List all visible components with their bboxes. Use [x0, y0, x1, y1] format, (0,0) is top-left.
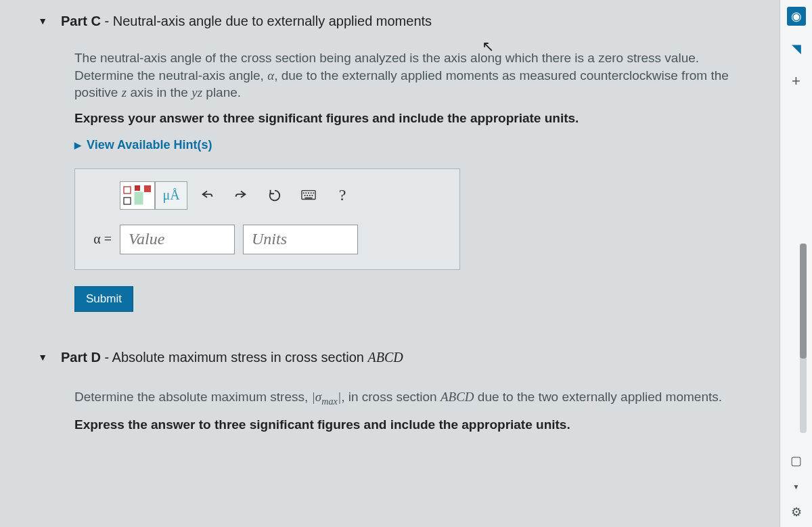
redo-button[interactable]: [227, 181, 255, 210]
svg-rect-2: [135, 185, 140, 191]
svg-rect-11: [304, 195, 306, 196]
part-d-label: Part D: [61, 350, 101, 365]
units-input[interactable]: [243, 225, 358, 254]
flag-icon[interactable]: ◥: [787, 39, 806, 58]
gear-icon[interactable]: ⚙: [787, 503, 806, 522]
camera-icon[interactable]: ◉: [787, 7, 806, 26]
svg-rect-15: [305, 198, 313, 199]
part-d-description: Determine the absolute maximum stress, |…: [74, 388, 751, 408]
part-d-title: Part D - Absolute maximum stress in cros…: [61, 350, 403, 365]
plus-icon[interactable]: +: [787, 72, 806, 91]
value-input[interactable]: [120, 225, 235, 254]
part-d-subtitle: Absolute maximum stress in cross section…: [112, 350, 403, 365]
equation-template-button[interactable]: [120, 181, 155, 210]
svg-rect-10: [313, 192, 314, 193]
answer-panel: μÅ ? α =: [74, 168, 460, 270]
keyboard-button[interactable]: [294, 181, 323, 210]
part-d-instruction: Express the answer to three significant …: [74, 417, 751, 432]
submit-button[interactable]: Submit: [74, 286, 133, 312]
svg-rect-6: [303, 192, 304, 193]
equation-toolbar: μÅ ?: [120, 181, 447, 210]
right-sidebar: ◉ ◥ + ▢ ▼ ⚙: [780, 0, 812, 527]
part-c-description: The neutral-axis angle of the cross sect…: [74, 49, 751, 101]
square-icon[interactable]: ▢: [787, 451, 806, 470]
view-hints-toggle[interactable]: ▶ View Available Hint(s): [74, 138, 212, 152]
view-hints-label: View Available Hint(s): [87, 138, 212, 152]
svg-rect-1: [124, 198, 131, 204]
svg-rect-7: [305, 192, 307, 193]
scrollbar-track[interactable]: [800, 244, 807, 433]
part-c-label: Part C: [61, 14, 101, 28]
undo-button[interactable]: [193, 181, 221, 210]
svg-rect-3: [135, 192, 143, 204]
scrollbar-thumb[interactable]: [800, 244, 807, 359]
svg-rect-8: [308, 192, 309, 193]
units-button[interactable]: μÅ: [155, 181, 187, 210]
part-c-instruction: Express your answer to three significant…: [74, 111, 751, 126]
help-button[interactable]: ?: [328, 181, 357, 210]
chevron-right-icon: ▶: [74, 140, 81, 150]
svg-rect-12: [307, 195, 308, 196]
collapse-part-c[interactable]: ▼: [14, 16, 47, 26]
svg-rect-4: [144, 185, 151, 192]
part-c-subtitle: Neutral-axis angle due to externally app…: [113, 14, 432, 28]
alpha-label: α =: [87, 231, 112, 247]
part-c-title: Part C - Neutral-axis angle due to exter…: [61, 14, 432, 29]
svg-rect-14: [312, 195, 313, 196]
dropdown-icon[interactable]: ▼: [787, 477, 806, 496]
collapse-part-d[interactable]: ▼: [14, 352, 47, 363]
svg-rect-13: [309, 195, 311, 196]
reset-button[interactable]: [261, 181, 289, 210]
svg-rect-0: [124, 187, 131, 193]
svg-rect-9: [311, 192, 312, 193]
